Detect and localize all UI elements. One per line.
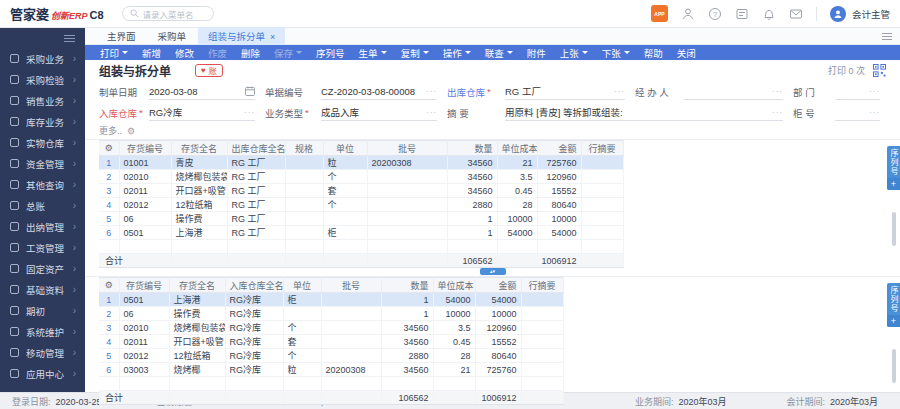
toolbar-序列号-button[interactable]: 序列号: [309, 46, 352, 60]
cell-spec[interactable]: [285, 226, 323, 240]
cell-name[interactable]: 烧烤椰: [169, 363, 225, 377]
cell-code[interactable]: 0501: [119, 293, 169, 307]
toolbar-修改-button[interactable]: 修改: [168, 46, 201, 60]
toolbar-上张-button[interactable]: 上张: [553, 46, 595, 60]
grid-row[interactable]: 302011开口器+吸管RG 工厂套345600.4515552: [99, 184, 623, 198]
cell-cost[interactable]: 28: [433, 349, 475, 363]
cell-cost[interactable]: 21: [433, 363, 475, 377]
cell-wh[interactable]: RG冷库: [225, 307, 283, 321]
cell-code[interactable]: 06: [119, 307, 169, 321]
sidebar-item-sales-business[interactable]: 销售业务›: [0, 90, 85, 111]
cell-code[interactable]: 03003: [119, 363, 169, 377]
grid-row[interactable]: 506操作费RG 工厂11000010000: [99, 212, 623, 226]
bell-icon[interactable]: [762, 7, 776, 21]
cell-wh[interactable]: RG 工厂: [227, 212, 285, 226]
cell-summary[interactable]: [581, 226, 623, 240]
out-warehouse-label[interactable]: 出库仓库*: [447, 83, 505, 100]
cell-code[interactable]: 06: [119, 212, 171, 226]
cell-unit[interactable]: [323, 212, 367, 226]
sidebar-item-other-query[interactable]: 其他查询›: [0, 174, 85, 195]
toolbar-关闭-button[interactable]: 关闭: [670, 46, 703, 60]
add-row-icon[interactable]: +: [887, 315, 900, 327]
lookup-ellipsis-icon[interactable]: ···: [614, 87, 625, 96]
menu-search-input[interactable]: 请录入菜单名: [122, 6, 214, 21]
add-row-icon[interactable]: +: [887, 178, 900, 190]
cell-amount[interactable]: 120960: [537, 170, 581, 184]
tab-close-icon[interactable]: ×: [270, 32, 275, 42]
sidebar-item-cashier-management[interactable]: 出纳管理›: [0, 216, 85, 237]
grid-row[interactable]: 402011开口器+吸管RG冷库套345600.4515552: [99, 335, 563, 349]
toolbar-删除-button[interactable]: 删除: [234, 46, 267, 60]
cell-unit[interactable]: 柜: [283, 293, 321, 307]
cell-batch[interactable]: [321, 335, 381, 349]
cell-code[interactable]: 01001: [119, 156, 171, 170]
tab-组装与拆分单[interactable]: 组装与拆分单×: [198, 27, 285, 45]
grid-settings-icon[interactable]: ⚙: [99, 141, 119, 156]
help-icon[interactable]: ?: [708, 7, 722, 21]
grid-row[interactable]: 50201212粒纸箱RG冷库个28802880640: [99, 349, 563, 363]
cell-wh[interactable]: RG冷库: [225, 321, 283, 335]
lookup-ellipsis-icon[interactable]: ···: [869, 87, 880, 96]
cell-qty[interactable]: 1: [447, 226, 497, 240]
cell-amount[interactable]: 725760: [537, 156, 581, 170]
grid-row[interactable]: 60501上海港RG 工厂柜15400054000: [99, 226, 623, 240]
cell-batch[interactable]: [321, 293, 381, 307]
cell-qty[interactable]: 1: [381, 307, 433, 321]
cell-wh[interactable]: RG 工厂: [227, 156, 285, 170]
form-settings-gear-icon[interactable]: ⚙: [127, 126, 135, 136]
cell-name[interactable]: 上海港: [171, 226, 227, 240]
sidebar-item-purchase-inspection[interactable]: 采购检验›: [0, 69, 85, 90]
cell-cost[interactable]: 0.45: [433, 335, 475, 349]
cell-cost[interactable]: 3.5: [433, 321, 475, 335]
in-warehouse-label[interactable]: 入库仓库*: [99, 104, 149, 121]
cell-amount[interactable]: 120960: [475, 321, 521, 335]
memo-icon[interactable]: [735, 7, 749, 21]
lower-grid-scrollbar[interactable]: [892, 349, 896, 383]
cell-batch[interactable]: [321, 349, 381, 363]
sidebar-item-app-center[interactable]: 应用中心›: [0, 363, 85, 384]
cell-code[interactable]: 0501: [119, 226, 171, 240]
calendar-icon[interactable]: [245, 86, 255, 96]
cell-spec[interactable]: [285, 170, 323, 184]
sidebar-item-opening-balance[interactable]: 期初›: [0, 300, 85, 321]
cell-summary[interactable]: [581, 198, 623, 212]
cell-cost[interactable]: 21: [497, 156, 537, 170]
cell-unit[interactable]: 套: [283, 335, 321, 349]
cell-summary[interactable]: [521, 307, 563, 321]
cell-unit[interactable]: 粒: [283, 363, 321, 377]
cell-summary[interactable]: [521, 293, 563, 307]
in-warehouse-field[interactable]: RG冷库 ···: [149, 104, 255, 121]
cell-wh[interactable]: RG冷库: [225, 363, 283, 377]
cell-code[interactable]: 02012: [119, 198, 171, 212]
cell-batch[interactable]: 20200308: [321, 363, 381, 377]
sidebar-item-fixed-assets[interactable]: 固定资产›: [0, 258, 85, 279]
sidebar-item-base-data[interactable]: 基础资料›: [0, 279, 85, 300]
lookup-ellipsis-icon[interactable]: ···: [869, 108, 880, 117]
grid-row[interactable]: 206操作费RG冷库11000010000: [99, 307, 563, 321]
app-logo[interactable]: 管家婆 创新ERP C8: [10, 4, 104, 23]
cell-qty[interactable]: 34560: [447, 156, 497, 170]
cell-wh[interactable]: RG 工厂: [227, 170, 285, 184]
cell-name[interactable]: 烧烤椰包装袋: [171, 170, 227, 184]
summary-field[interactable]: 用原料 [青皮] 等拆卸或组装: ···: [505, 104, 783, 121]
sidebar-item-system-maintenance[interactable]: 系统维护›: [0, 321, 85, 342]
serial-number-side-tab[interactable]: 序列号 +: [887, 283, 900, 327]
cell-code[interactable]: 02010: [119, 321, 169, 335]
cell-qty[interactable]: 34560: [447, 170, 497, 184]
sidebar-item-payroll-management[interactable]: 工资管理›: [0, 237, 85, 258]
sidebar-item-physical-warehouse[interactable]: 实物仓库›: [0, 132, 85, 153]
department-field[interactable]: ···: [835, 83, 880, 100]
cell-unit[interactable]: 个: [283, 321, 321, 335]
cell-wh[interactable]: RG 工厂: [227, 226, 285, 240]
bill-no-field[interactable]: CZ-2020-03-08-00008 ···: [321, 83, 437, 100]
cell-code[interactable]: 02011: [119, 184, 171, 198]
out-warehouse-field[interactable]: RG 工厂 ···: [505, 83, 625, 100]
cell-unit[interactable]: 个: [323, 198, 367, 212]
cell-unit[interactable]: 套: [323, 184, 367, 198]
grid-row[interactable]: 202010烧烤椰包装袋RG 工厂个345603.5120960: [99, 170, 623, 184]
cell-unit[interactable]: 个: [283, 349, 321, 363]
cell-spec[interactable]: [285, 156, 323, 170]
cell-spec[interactable]: [285, 184, 323, 198]
cell-amount[interactable]: 10000: [475, 307, 521, 321]
lookup-ellipsis-icon[interactable]: ···: [772, 87, 783, 96]
